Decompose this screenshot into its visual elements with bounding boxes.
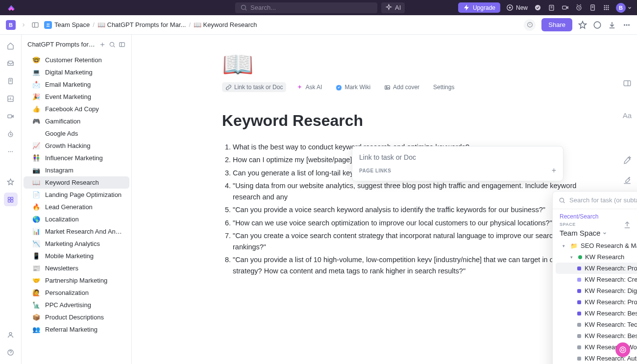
rail-clips-icon[interactable] — [4, 109, 18, 123]
mark-wiki-button[interactable]: Mark Wiki — [332, 82, 374, 92]
sidebar-item[interactable]: 🤓Customer Retention — [24, 54, 129, 66]
breadcrumb-space[interactable]: Team Space — [44, 21, 90, 29]
sidebar-item[interactable]: 👫Influencer Marketing — [24, 152, 129, 164]
rail-timesheet-icon[interactable] — [4, 127, 18, 141]
add-cover-button[interactable]: Add cover — [381, 82, 423, 92]
sidebar-item[interactable]: 👥Referral Marketing — [24, 323, 129, 336]
sidebar-item[interactable]: 📦Product Descriptions — [24, 311, 129, 323]
rail-docs-icon[interactable] — [4, 74, 18, 88]
sidebar-header: ChatGPT Prompts for M... — [22, 35, 131, 52]
workspace-badge[interactable]: B — [6, 20, 16, 30]
sidebar-item-label: Product Descriptions — [45, 314, 104, 321]
sidebar-item[interactable]: 📷Instagram — [24, 164, 129, 176]
sidebar-item[interactable]: 📖Keyword Research — [24, 176, 129, 189]
sidebar-item[interactable]: 🗽PPC Advertising — [24, 299, 129, 311]
page-emoji-icon: 📖 — [32, 179, 40, 186]
rail-dashboards-icon[interactable] — [4, 92, 18, 105]
rail-spaces-icon[interactable] — [4, 193, 18, 206]
sidebar-item-label: Keyword Research — [45, 179, 99, 186]
doc-list-item[interactable]: "Using data from our website analytics, … — [233, 180, 594, 202]
star-icon[interactable] — [578, 21, 587, 29]
share-button[interactable]: Share — [541, 18, 572, 31]
clickup-logo[interactable] — [7, 3, 16, 12]
grid-apps-icon[interactable] — [602, 4, 610, 12]
sidebar-item[interactable]: 👍Facebook Ad Copy — [24, 103, 129, 115]
new-label: New — [516, 4, 528, 11]
sidebar-item[interactable]: 📉Marketing Analytics — [24, 238, 129, 250]
doc-icon[interactable] — [588, 4, 596, 12]
sidebar-item[interactable]: 📊Market Research And Analy... — [24, 225, 129, 238]
breadcrumb-parent[interactable]: 📖 ChatGPT Prompts for Mar... — [98, 21, 186, 28]
rail-home-icon[interactable] — [4, 39, 18, 52]
comment-icon[interactable] — [593, 21, 602, 29]
doc-list-item[interactable]: "Can you provide a list of 10 high-volum… — [233, 254, 594, 276]
sidebar-item[interactable]: 📰Newsletters — [24, 262, 129, 274]
right-rail: Aa — [617, 35, 637, 364]
ai-wand-icon[interactable] — [623, 156, 632, 165]
link-popover-title: Link to task or Doc — [352, 146, 563, 166]
ai-button[interactable]: AI — [381, 2, 405, 13]
sidebar-item[interactable]: 💻Digital Marketing — [24, 66, 129, 78]
panel-toggle-icon[interactable] — [31, 21, 39, 29]
font-size-icon[interactable]: Aa — [623, 111, 632, 120]
global-search[interactable]: Search... — [235, 2, 377, 13]
doc-list-item[interactable]: "How can we use voice search optimizatio… — [233, 218, 594, 228]
ask-ai-button[interactable]: Ask AI — [293, 82, 325, 92]
sidebar-item[interactable]: 📩Email Marketing — [24, 78, 129, 91]
sidebar-item[interactable]: 📈Growth Hacking — [24, 140, 129, 152]
doc-list-item[interactable]: "Can you create a voice search content s… — [233, 230, 594, 252]
sidebar-item[interactable]: 🤝Partnership Marketing — [24, 274, 129, 287]
user-menu[interactable]: B — [616, 3, 632, 13]
bolt-icon — [463, 4, 470, 11]
record-clip-fab[interactable] — [615, 342, 630, 357]
upgrade-button[interactable]: Upgrade — [458, 2, 500, 13]
rail-inbox-icon[interactable] — [4, 56, 18, 70]
alarm-icon[interactable] — [575, 4, 583, 12]
highlight-icon[interactable] — [623, 175, 632, 184]
sidebar-item[interactable]: 🙋Personalization — [24, 287, 129, 299]
sidebar-title[interactable]: ChatGPT Prompts for M... — [27, 41, 96, 48]
rail-favorites-icon[interactable] — [4, 175, 18, 189]
privacy-indicator[interactable] — [524, 19, 536, 31]
notepad-icon[interactable] — [547, 4, 555, 12]
doc-title[interactable]: Keyword Research — [222, 112, 594, 130]
page-details-icon[interactable] — [623, 79, 632, 88]
check-circle-icon[interactable] — [534, 4, 541, 12]
sidebar-item[interactable]: 🎉Event Marketing — [24, 91, 129, 103]
rail-more-icon[interactable] — [4, 145, 18, 158]
sidebar-item-label: Facebook Ad Copy — [45, 105, 99, 113]
rail-invite-icon[interactable] — [4, 328, 18, 341]
caret-down-icon: ▾ — [570, 255, 575, 260]
sidebar-item[interactable]: 📄Landing Page Optimization — [24, 189, 129, 201]
doc-emoji[interactable]: 📖 — [222, 49, 594, 79]
collapse-sidebar-icon[interactable] — [119, 41, 125, 48]
link-icon — [225, 84, 232, 91]
svg-line-53 — [114, 46, 115, 47]
download-icon[interactable] — [608, 21, 616, 29]
doc-list-item[interactable]: "Can you provide a voice search keyword … — [233, 204, 594, 215]
doc-settings-button[interactable]: Settings — [430, 82, 458, 92]
sidebar-item[interactable]: 📱Mobile Marketing — [24, 250, 129, 262]
rail-help-icon[interactable] — [4, 345, 18, 359]
page-emoji-icon: 🤓 — [32, 56, 40, 64]
breadcrumb-current[interactable]: 📖 Keyword Research — [194, 21, 257, 28]
svg-point-42 — [10, 151, 11, 152]
link-to-task-button[interactable]: Link to task or Doc — [222, 82, 286, 92]
svg-point-21 — [606, 9, 607, 10]
sidebar-item-label: Mobile Marketing — [45, 252, 94, 260]
more-icon[interactable] — [622, 21, 631, 29]
svg-rect-54 — [120, 42, 125, 46]
add-page-link-button[interactable]: + — [552, 166, 556, 175]
page-emoji-icon: 👍 — [32, 105, 40, 113]
sidebar-item-label: Instagram — [45, 167, 74, 174]
sidebar-item[interactable]: 🌎Localization — [24, 213, 129, 225]
sidebar-item[interactable]: Google Ads — [24, 127, 129, 140]
page-emoji-icon: 💻 — [32, 69, 40, 76]
video-icon[interactable] — [561, 4, 569, 12]
new-button[interactable]: New — [506, 4, 528, 11]
search-pages-icon[interactable] — [109, 41, 116, 48]
add-page-icon[interactable] — [99, 41, 106, 48]
sidebar-item[interactable]: 🔥Lead Generation — [24, 201, 129, 213]
export-icon[interactable] — [623, 220, 632, 229]
sidebar-item[interactable]: 🎮Gamification — [24, 115, 129, 127]
